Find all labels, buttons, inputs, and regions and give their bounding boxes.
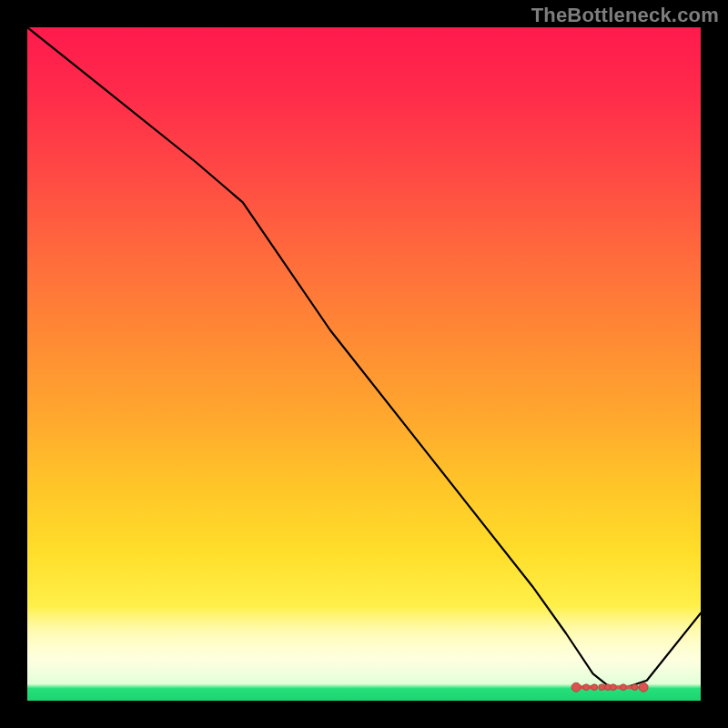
optimal-marker-dot (571, 682, 581, 692)
optimal-marker-dot (583, 684, 590, 691)
optimal-marker-dot (632, 684, 638, 691)
chart-svg (27, 27, 701, 701)
bottleneck-curve (27, 27, 701, 687)
plot-area (27, 27, 701, 701)
optimal-marker-dot (599, 684, 605, 691)
curve-path (27, 27, 701, 687)
optimal-marker-dot (592, 684, 598, 691)
chart-frame: TheBottleneck.com (0, 0, 728, 728)
optimal-marker-dot (621, 684, 627, 691)
optimal-marker-dot (610, 684, 616, 691)
attribution-label: TheBottleneck.com (531, 4, 719, 27)
optimal-marker-dot (639, 682, 648, 692)
